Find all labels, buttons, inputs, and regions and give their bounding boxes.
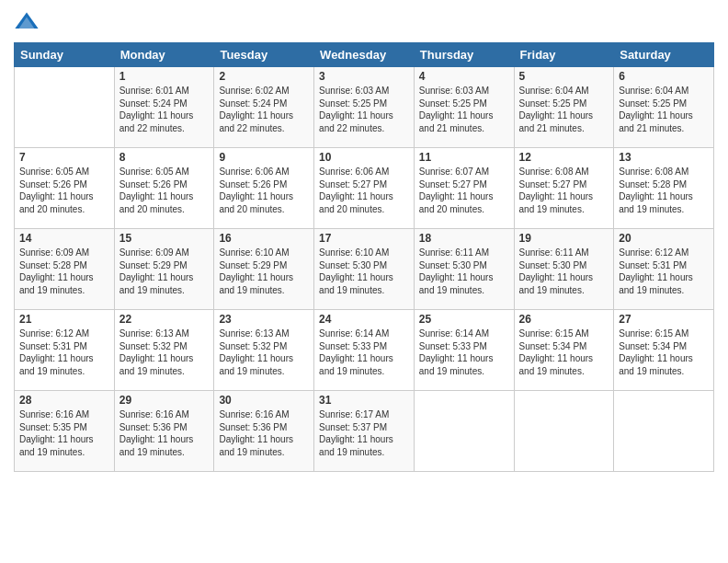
day-number: 2	[219, 70, 309, 83]
day-number: 8	[119, 151, 210, 164]
cell-info: Sunrise: 6:07 AM Sunset: 5:27 PM Dayligh…	[419, 166, 509, 215]
day-number: 25	[419, 313, 509, 326]
calendar-cell: 15Sunrise: 6:09 AM Sunset: 5:29 PM Dayli…	[114, 229, 214, 310]
cell-info: Sunrise: 6:16 AM Sunset: 5:36 PM Dayligh…	[119, 408, 210, 458]
day-number: 23	[219, 313, 309, 326]
calendar-cell	[414, 391, 514, 472]
calendar-day-header: Sunday	[15, 43, 115, 67]
calendar-cell: 1Sunrise: 6:01 AM Sunset: 5:24 PM Daylig…	[114, 67, 214, 148]
calendar-cell	[15, 67, 115, 148]
day-number: 11	[419, 151, 509, 164]
day-number: 6	[619, 70, 709, 83]
calendar-day-header: Monday	[114, 43, 214, 67]
day-number: 13	[619, 151, 709, 164]
calendar-cell: 18Sunrise: 6:11 AM Sunset: 5:30 PM Dayli…	[414, 229, 514, 310]
cell-info: Sunrise: 6:11 AM Sunset: 5:30 PM Dayligh…	[519, 247, 609, 296]
cell-info: Sunrise: 6:12 AM Sunset: 5:31 PM Dayligh…	[619, 247, 709, 296]
page-container: SundayMondayTuesdayWednesdayThursdayFrid…	[0, 0, 728, 481]
calendar-cell: 8Sunrise: 6:05 AM Sunset: 5:26 PM Daylig…	[114, 148, 214, 229]
day-number: 14	[19, 232, 109, 245]
cell-info: Sunrise: 6:05 AM Sunset: 5:26 PM Dayligh…	[19, 166, 109, 215]
cell-info: Sunrise: 6:01 AM Sunset: 5:24 PM Dayligh…	[119, 85, 210, 134]
day-number: 26	[519, 313, 609, 326]
calendar-cell: 20Sunrise: 6:12 AM Sunset: 5:31 PM Dayli…	[614, 229, 714, 310]
calendar-cell: 26Sunrise: 6:15 AM Sunset: 5:34 PM Dayli…	[514, 310, 614, 391]
calendar-cell	[514, 391, 614, 472]
logo	[14, 9, 41, 35]
day-number: 15	[119, 232, 210, 245]
calendar-cell: 24Sunrise: 6:14 AM Sunset: 5:33 PM Dayli…	[314, 310, 415, 391]
cell-info: Sunrise: 6:17 AM Sunset: 5:37 PM Dayligh…	[319, 408, 409, 458]
calendar-week-row: 1Sunrise: 6:01 AM Sunset: 5:24 PM Daylig…	[15, 67, 714, 148]
cell-info: Sunrise: 6:15 AM Sunset: 5:34 PM Dayligh…	[519, 327, 609, 377]
cell-info: Sunrise: 6:14 AM Sunset: 5:33 PM Dayligh…	[419, 327, 509, 377]
calendar-cell: 9Sunrise: 6:06 AM Sunset: 5:26 PM Daylig…	[214, 148, 314, 229]
calendar-week-row: 14Sunrise: 6:09 AM Sunset: 5:28 PM Dayli…	[15, 229, 714, 310]
calendar-cell: 31Sunrise: 6:17 AM Sunset: 5:37 PM Dayli…	[314, 391, 415, 472]
cell-info: Sunrise: 6:15 AM Sunset: 5:34 PM Dayligh…	[619, 327, 709, 377]
day-number: 16	[219, 232, 309, 245]
cell-info: Sunrise: 6:06 AM Sunset: 5:26 PM Dayligh…	[219, 166, 309, 215]
day-number: 12	[519, 151, 609, 164]
calendar-cell: 27Sunrise: 6:15 AM Sunset: 5:34 PM Dayli…	[614, 310, 714, 391]
calendar-cell: 3Sunrise: 6:03 AM Sunset: 5:25 PM Daylig…	[314, 67, 415, 148]
cell-info: Sunrise: 6:13 AM Sunset: 5:32 PM Dayligh…	[219, 327, 309, 377]
day-number: 5	[519, 70, 609, 83]
page-header	[14, 9, 714, 35]
calendar-cell: 7Sunrise: 6:05 AM Sunset: 5:26 PM Daylig…	[15, 148, 115, 229]
calendar-cell: 23Sunrise: 6:13 AM Sunset: 5:32 PM Dayli…	[214, 310, 314, 391]
day-number: 28	[19, 394, 109, 407]
cell-info: Sunrise: 6:11 AM Sunset: 5:30 PM Dayligh…	[419, 247, 509, 296]
calendar-cell: 30Sunrise: 6:16 AM Sunset: 5:36 PM Dayli…	[214, 391, 314, 472]
calendar-cell: 29Sunrise: 6:16 AM Sunset: 5:36 PM Dayli…	[114, 391, 214, 472]
calendar-cell: 11Sunrise: 6:07 AM Sunset: 5:27 PM Dayli…	[414, 148, 514, 229]
calendar-day-header: Friday	[514, 43, 614, 67]
day-number: 4	[419, 70, 509, 83]
cell-info: Sunrise: 6:05 AM Sunset: 5:26 PM Dayligh…	[119, 166, 210, 215]
calendar-cell: 16Sunrise: 6:10 AM Sunset: 5:29 PM Dayli…	[214, 229, 314, 310]
calendar-cell: 17Sunrise: 6:10 AM Sunset: 5:30 PM Dayli…	[314, 229, 415, 310]
calendar-day-header: Wednesday	[314, 43, 415, 67]
day-number: 29	[119, 394, 210, 407]
calendar-week-row: 28Sunrise: 6:16 AM Sunset: 5:35 PM Dayli…	[15, 391, 714, 472]
day-number: 20	[619, 232, 709, 245]
calendar-week-row: 21Sunrise: 6:12 AM Sunset: 5:31 PM Dayli…	[15, 310, 714, 391]
day-number: 18	[419, 232, 509, 245]
day-number: 27	[619, 313, 709, 326]
calendar-cell: 6Sunrise: 6:04 AM Sunset: 5:25 PM Daylig…	[614, 67, 714, 148]
cell-info: Sunrise: 6:12 AM Sunset: 5:31 PM Dayligh…	[19, 327, 109, 377]
day-number: 9	[219, 151, 309, 164]
day-number: 30	[219, 394, 309, 407]
day-number: 1	[119, 70, 210, 83]
calendar-header-row: SundayMondayTuesdayWednesdayThursdayFrid…	[15, 43, 714, 67]
day-number: 24	[319, 313, 409, 326]
calendar-cell: 19Sunrise: 6:11 AM Sunset: 5:30 PM Dayli…	[514, 229, 614, 310]
cell-info: Sunrise: 6:04 AM Sunset: 5:25 PM Dayligh…	[519, 85, 609, 134]
cell-info: Sunrise: 6:10 AM Sunset: 5:30 PM Dayligh…	[319, 247, 409, 296]
calendar-cell: 25Sunrise: 6:14 AM Sunset: 5:33 PM Dayli…	[414, 310, 514, 391]
calendar-day-header: Thursday	[414, 43, 514, 67]
day-number: 17	[319, 232, 409, 245]
calendar-cell: 5Sunrise: 6:04 AM Sunset: 5:25 PM Daylig…	[514, 67, 614, 148]
cell-info: Sunrise: 6:02 AM Sunset: 5:24 PM Dayligh…	[219, 85, 309, 134]
cell-info: Sunrise: 6:16 AM Sunset: 5:35 PM Dayligh…	[19, 408, 109, 458]
cell-info: Sunrise: 6:06 AM Sunset: 5:27 PM Dayligh…	[319, 166, 409, 215]
day-number: 3	[319, 70, 409, 83]
day-number: 22	[119, 313, 210, 326]
calendar-cell: 12Sunrise: 6:08 AM Sunset: 5:27 PM Dayli…	[514, 148, 614, 229]
calendar-cell: 13Sunrise: 6:08 AM Sunset: 5:28 PM Dayli…	[614, 148, 714, 229]
day-number: 19	[519, 232, 609, 245]
calendar-cell: 14Sunrise: 6:09 AM Sunset: 5:28 PM Dayli…	[15, 229, 115, 310]
calendar-day-header: Tuesday	[214, 43, 314, 67]
day-number: 31	[319, 394, 409, 407]
cell-info: Sunrise: 6:14 AM Sunset: 5:33 PM Dayligh…	[319, 327, 409, 377]
cell-info: Sunrise: 6:09 AM Sunset: 5:28 PM Dayligh…	[19, 247, 109, 296]
cell-info: Sunrise: 6:08 AM Sunset: 5:27 PM Dayligh…	[519, 166, 609, 215]
day-number: 21	[19, 313, 109, 326]
logo-icon	[14, 9, 40, 35]
calendar-cell: 28Sunrise: 6:16 AM Sunset: 5:35 PM Dayli…	[15, 391, 115, 472]
calendar-cell: 21Sunrise: 6:12 AM Sunset: 5:31 PM Dayli…	[15, 310, 115, 391]
day-number: 7	[19, 151, 109, 164]
cell-info: Sunrise: 6:16 AM Sunset: 5:36 PM Dayligh…	[219, 408, 309, 458]
calendar-week-row: 7Sunrise: 6:05 AM Sunset: 5:26 PM Daylig…	[15, 148, 714, 229]
